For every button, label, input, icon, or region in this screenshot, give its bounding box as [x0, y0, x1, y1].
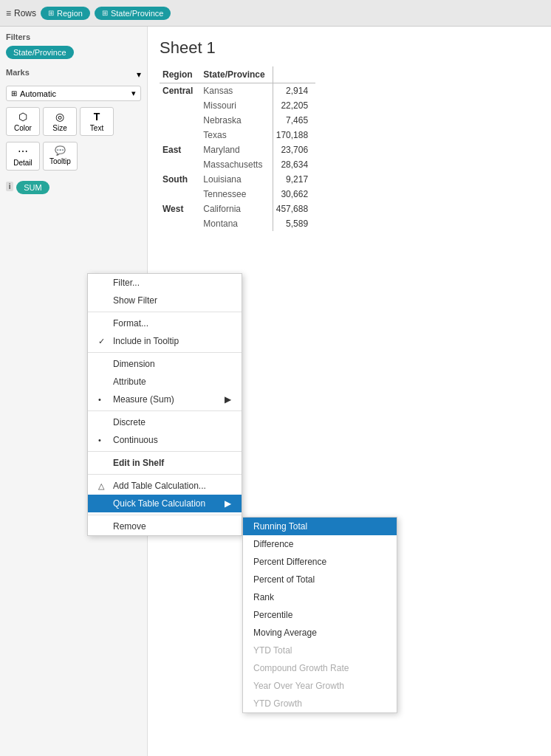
- value-cell: 23,706: [273, 142, 315, 157]
- submenu-arrow-icon: ▶: [225, 498, 231, 509]
- submenu-item-rank[interactable]: Rank: [243, 588, 397, 606]
- submenu-item-label: Compound Growth Rate: [253, 663, 349, 673]
- menu-item-dimension[interactable]: Dimension: [88, 355, 242, 373]
- size-icon: ◎: [55, 111, 64, 123]
- col-header-value: [273, 66, 315, 83]
- detail-button[interactable]: ⋯ Detail: [6, 142, 40, 171]
- submenu-item-label: YTD Total: [253, 645, 292, 656]
- menu-item-continuous[interactable]: •Continuous: [88, 431, 242, 449]
- menu-item-attribute[interactable]: Attribute: [88, 373, 242, 391]
- state-cell: Massachusetts: [200, 157, 273, 172]
- menu-item-edit-shelf[interactable]: Edit in Shelf: [88, 454, 242, 472]
- color-icon: ⬡: [18, 111, 27, 123]
- state-cell: Louisiana: [200, 172, 273, 187]
- tooltip-button[interactable]: 💬 Tooltip: [43, 142, 78, 171]
- context-menu: Filter...Show FilterFormat...✓Include in…: [87, 273, 242, 536]
- state-cell: Maryland: [200, 142, 273, 157]
- submenu-item-label: YTD Growth: [253, 698, 302, 709]
- rows-bar: ≡ Rows ⊞ Region ⊞ State/Province: [0, 0, 551, 27]
- table-row: EastMaryland23,706: [160, 142, 315, 157]
- table-row: CentralKansas2,914: [160, 83, 315, 99]
- value-cell: 457,688: [273, 202, 315, 216]
- submenu-arrow-icon: ▶: [225, 394, 231, 405]
- submenu-item-year-over-year[interactable]: Year Over Year Growth: [243, 677, 397, 695]
- rows-label: ≡ Rows: [6, 8, 36, 18]
- menu-item-label: Format...: [113, 318, 148, 329]
- state-cell: Nebraska: [200, 113, 273, 128]
- marks-type-dropdown[interactable]: ⊞ Automatic ▾: [6, 86, 141, 101]
- menu-item-label: Remove: [113, 521, 146, 532]
- menu-item-label: Include in Tooltip: [113, 336, 179, 346]
- state-cell: Tennessee: [200, 187, 273, 202]
- submenu-item-difference[interactable]: Difference: [243, 535, 397, 553]
- value-cell: 28,634: [273, 157, 315, 172]
- size-label: Size: [52, 124, 66, 132]
- menu-item-filter[interactable]: Filter...: [88, 274, 242, 292]
- menu-item-quick-calc[interactable]: Quick Table Calculation▶: [88, 495, 242, 512]
- menu-separator: [88, 352, 242, 353]
- tooltip-icon: 💬: [55, 145, 66, 156]
- marks-dropdown-arrow: ▾: [137, 69, 141, 80]
- menu-item-label: Edit in Shelf: [113, 458, 164, 468]
- marks-dropdown-chevron: ▾: [131, 89, 136, 98]
- submenu-item-label: Rank: [253, 592, 274, 602]
- submenu-item-label: Running Total: [253, 521, 307, 532]
- filters-title: Filters: [6, 32, 141, 41]
- text-button[interactable]: T Text: [80, 107, 114, 136]
- submenu-item-percent-of-total[interactable]: Percent of Total: [243, 571, 397, 588]
- data-table: Region State/Province CentralKansas2,914…: [160, 66, 315, 231]
- size-button[interactable]: ◎ Size: [43, 107, 77, 136]
- submenu-item-compound-growth[interactable]: Compound Growth Rate: [243, 659, 397, 677]
- menu-check-icon: △: [98, 481, 109, 491]
- submenu-item-ytd-growth[interactable]: YTD Growth: [243, 695, 397, 712]
- sum-pill-indicator: i: [6, 182, 13, 191]
- sheet-title: Sheet 1: [160, 38, 539, 58]
- rows-icon: ≡: [6, 8, 11, 18]
- region-cell: South: [160, 172, 200, 202]
- submenu-item-label: Difference: [253, 539, 293, 549]
- marks-dropdown-icon: ⊞: [11, 89, 17, 97]
- submenu-item-running-total[interactable]: Running Total: [243, 518, 397, 535]
- menu-item-discrete[interactable]: Discrete: [88, 413, 242, 431]
- col-header-state: State/Province: [200, 66, 273, 83]
- filter-state-province[interactable]: State/Province: [6, 46, 74, 59]
- region-pill[interactable]: ⊞ Region: [41, 7, 90, 20]
- submenu-item-percent-difference[interactable]: Percent Difference: [243, 553, 397, 571]
- menu-separator: [88, 474, 242, 475]
- marks-dropdown-label: Automatic: [20, 89, 56, 98]
- menu-item-format[interactable]: Format...: [88, 315, 242, 332]
- menu-item-include-tooltip[interactable]: ✓Include in Tooltip: [88, 332, 242, 350]
- menu-item-add-calc[interactable]: △Add Table Calculation...: [88, 477, 242, 495]
- menu-separator: [88, 312, 242, 312]
- value-cell: 30,662: [273, 187, 315, 202]
- marks-icons-row2: ⋯ Detail 💬 Tooltip: [6, 142, 141, 171]
- state-province-pill[interactable]: ⊞ State/Province: [95, 7, 171, 20]
- value-cell: 9,217: [273, 172, 315, 187]
- state-cell: Montana: [200, 216, 273, 231]
- submenu-item-ytd-total[interactable]: YTD Total: [243, 642, 397, 659]
- menu-item-label: Filter...: [113, 278, 140, 288]
- state-cell: California: [200, 202, 273, 216]
- menu-item-label: Discrete: [113, 417, 146, 427]
- region-cell: West: [160, 202, 200, 231]
- value-cell: 170,188: [273, 128, 315, 142]
- state-pill-label: State/Province: [111, 9, 164, 18]
- sum-pill[interactable]: SUM: [16, 181, 49, 194]
- submenu-item-label: Percentile: [253, 610, 292, 620]
- menu-check-icon: •: [98, 395, 109, 404]
- submenu-item-moving-average[interactable]: Moving Average: [243, 624, 397, 642]
- menu-item-show-filter[interactable]: Show Filter: [88, 292, 242, 309]
- region-cell: East: [160, 142, 200, 172]
- submenu-item-percentile[interactable]: Percentile: [243, 606, 397, 624]
- menu-item-remove[interactable]: Remove: [88, 518, 242, 535]
- tooltip-label: Tooltip: [49, 157, 71, 165]
- submenu-item-label: Year Over Year Growth: [253, 681, 344, 691]
- rows-text: Rows: [14, 8, 36, 18]
- menu-separator: [88, 515, 242, 515]
- color-button[interactable]: ⬡ Color: [6, 107, 40, 136]
- menu-item-measure-sum[interactable]: •Measure (Sum)▶: [88, 391, 242, 408]
- menu-item-label: Show Filter: [113, 295, 157, 306]
- submenu-item-label: Percent of Total: [253, 574, 315, 585]
- value-cell: 5,589: [273, 216, 315, 231]
- table-row: WestCalifornia457,688: [160, 202, 315, 216]
